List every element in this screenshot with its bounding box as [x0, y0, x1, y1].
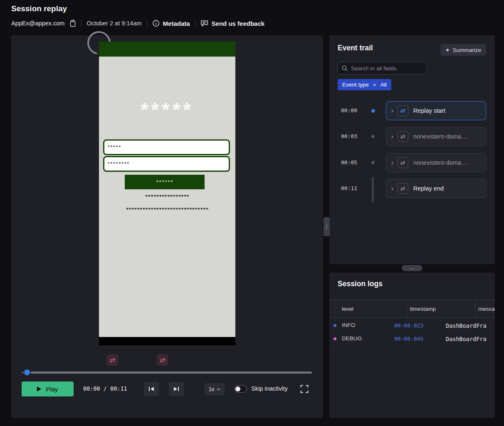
masked-app-title: ***** [99, 98, 235, 121]
event-row: 00:00 › ⇄ Replay start [329, 101, 495, 120]
event-timestamp: 00:03 [341, 133, 357, 139]
log-level-dot [334, 324, 336, 327]
event-card-replay-end[interactable]: › ⇄ Replay end [386, 179, 486, 198]
search-icon [341, 65, 348, 72]
log-row[interactable]: INFO 00:00.023 DashBoardFra [329, 319, 495, 332]
log-level-dot [334, 337, 336, 340]
event-row: 00:11 › ⇄ Replay end [329, 179, 495, 198]
chevron-right-icon[interactable]: › [391, 133, 393, 140]
session-logs-title: Session logs [338, 280, 383, 288]
masked-text-line: **************** [99, 194, 235, 199]
event-card-navigation[interactable]: › ⇄ nonexistent-doma… [386, 127, 486, 146]
divider [195, 20, 195, 27]
session-replay-page: Session replay AppEx@appex.com October 2… [0, 0, 504, 426]
replay-app-footer-bar [99, 337, 235, 345]
chevron-right-icon[interactable]: › [391, 159, 393, 166]
event-type-filter-chip[interactable]: Event type = All [338, 79, 391, 90]
vertical-resize-handle[interactable]: ⋮ [324, 217, 330, 236]
column-divider [407, 300, 407, 318]
replay-player-panel: ***** ***** ******** ****** ************… [11, 35, 323, 418]
horizontal-resize-handle[interactable]: … [402, 265, 422, 271]
copy-clipboard-button[interactable] [69, 20, 76, 27]
skip-forward-button[interactable] [169, 382, 184, 396]
swap-icon: ⇄ [398, 157, 408, 168]
playback-time-display: 00:00 / 00:11 [83, 385, 127, 392]
event-card-replay-start[interactable]: › ⇄ Replay start [386, 101, 486, 120]
event-timestamp: 00:11 [341, 185, 357, 191]
summarize-label: Summarize [453, 47, 481, 53]
fullscreen-button[interactable] [300, 384, 309, 394]
event-row: 00:05 › ⇄ nonexistent-doma… [329, 153, 495, 172]
session-logs-panel: Session logs level timestamp message INF… [329, 272, 495, 418]
replay-date: October 2 at 9:14am [86, 20, 141, 27]
event-search-box [338, 62, 427, 74]
log-level: INFO [342, 322, 355, 328]
skip-inactivity-toggle[interactable] [234, 385, 247, 393]
toggle-knob [235, 386, 240, 391]
replay-user-email: AppEx@appex.com [11, 20, 64, 27]
event-timestamp: 00:05 [341, 159, 357, 166]
event-trail-title: Event trail [338, 44, 373, 52]
logs-table-header: level timestamp message [329, 300, 495, 318]
skip-back-button[interactable] [144, 382, 159, 396]
playback-timeline[interactable] [22, 372, 312, 374]
metadata-label: Metadata [163, 20, 190, 27]
log-timestamp-link[interactable]: 00:00.045 [394, 336, 423, 342]
replay-app-header-bar [99, 42, 235, 57]
event-label: nonexistent-doma… [413, 133, 467, 140]
swap-icon: ⇄ [160, 356, 165, 364]
ellipsis-h-icon: … [409, 264, 415, 270]
feedback-label: Send us feedback [212, 20, 265, 27]
chevron-down-icon [217, 388, 220, 391]
playback-speed-select[interactable]: 1x [205, 383, 225, 395]
play-icon [37, 386, 41, 391]
chevron-right-icon[interactable]: › [391, 107, 393, 114]
timeline-scrubber-handle[interactable] [24, 369, 30, 375]
masked-text-line: ****************************** [99, 207, 235, 212]
info-icon [152, 20, 160, 27]
sparkle-icon: ✦ [445, 47, 450, 53]
timeline-navigation-event-marker[interactable]: ⇄ [157, 354, 168, 366]
summarize-button[interactable]: ✦ Summarize [440, 44, 486, 56]
filter-value: All [380, 82, 387, 88]
swap-icon: ⇄ [398, 131, 408, 142]
skip-inactivity-label: Skip inactivity [251, 385, 288, 392]
event-marker-dot [371, 161, 375, 164]
column-header-timestamp: timestamp [410, 306, 436, 312]
page-title: Session replay [11, 4, 67, 13]
skip-back-icon [148, 386, 154, 391]
timeline-navigation-event-marker[interactable]: ⇄ [106, 354, 118, 366]
swap-icon: ⇄ [398, 183, 408, 194]
divider [147, 20, 147, 27]
event-label: nonexistent-doma… [413, 159, 467, 166]
event-trail-panel: Event trail ✦ Summarize Event type = All… [329, 35, 495, 264]
masked-username-field: ***** [103, 139, 230, 155]
feedback-button[interactable]: Send us feedback [200, 20, 265, 27]
search-input[interactable] [338, 62, 427, 74]
replayed-app-screen: ***** ***** ******** ****** ************… [99, 42, 235, 345]
feedback-icon [200, 20, 208, 27]
event-marker-dot [371, 109, 375, 113]
event-row: 00:03 › ⇄ nonexistent-doma… [329, 127, 495, 146]
swap-icon: ⇄ [109, 356, 115, 364]
metadata-button[interactable]: Metadata [152, 20, 190, 27]
chevron-right-icon[interactable]: › [391, 185, 393, 192]
event-label: Replay end [413, 185, 444, 192]
event-card-navigation[interactable]: › ⇄ nonexistent-doma… [386, 153, 486, 172]
event-marker-dot [371, 135, 375, 138]
filter-field: Event type [342, 82, 369, 88]
filter-operator: = [373, 82, 376, 88]
log-row[interactable]: DEBUG 00:00.045 DashBoardFra [329, 332, 495, 345]
fullscreen-icon [300, 385, 309, 393]
play-button[interactable]: Play [22, 381, 74, 396]
log-timestamp-link[interactable]: 00:00.023 [394, 322, 423, 329]
clipboard-icon [69, 20, 76, 27]
column-header-level: level [342, 306, 353, 312]
column-header-message: message [478, 306, 495, 312]
log-level: DEBUG [342, 335, 362, 342]
column-divider [475, 300, 476, 318]
event-timestamp: 00:00 [341, 107, 357, 114]
speed-value: 1x [209, 386, 215, 392]
ellipsis-v-icon: ⋮ [324, 223, 330, 230]
masked-password-field: ******** [103, 156, 230, 172]
